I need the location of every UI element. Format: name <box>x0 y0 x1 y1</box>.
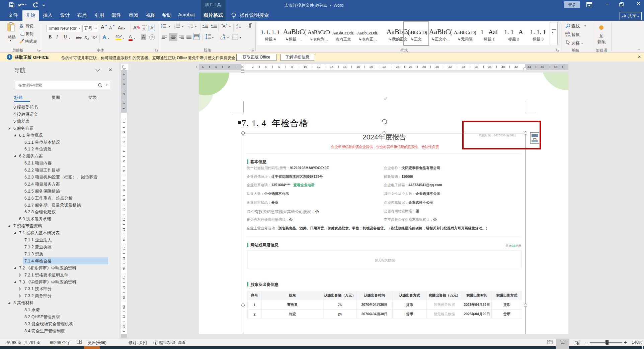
svg-text:i: i <box>189 27 190 28</box>
svg-text:x: x <box>80 340 81 343</box>
svg-text:3: 3 <box>174 27 175 28</box>
svg-text:Z: Z <box>236 26 238 29</box>
svg-text:A: A <box>223 24 226 28</box>
